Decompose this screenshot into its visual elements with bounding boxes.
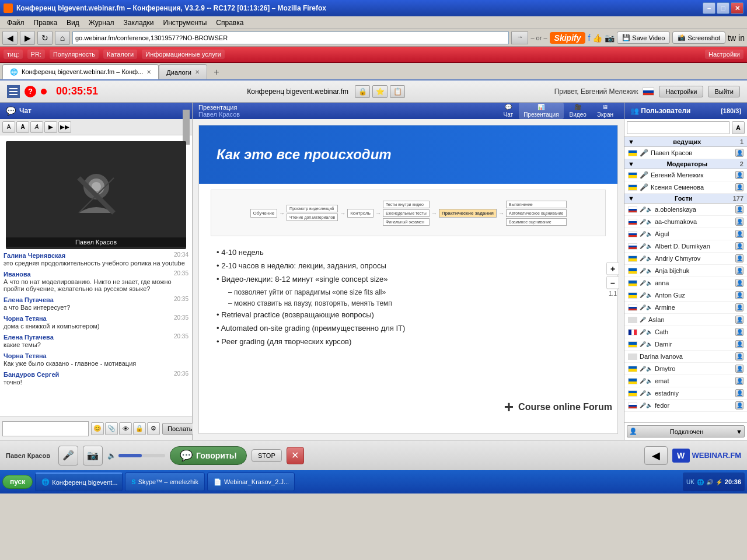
speak-button[interactable]: 💬 Говорить! — [170, 446, 247, 465]
menu-view[interactable]: Вид — [62, 18, 84, 28]
star-icon-btn[interactable]: ⭐ — [372, 85, 388, 98]
back-button[interactable]: ◀ — [2, 31, 18, 45]
user-obolenskaya[interactable]: 🎤🔈 a.obolenskaya 👤 — [624, 204, 747, 216]
menu-bookmarks[interactable]: Закладки — [119, 18, 159, 28]
user-action-fedor[interactable]: 👤 — [735, 401, 743, 410]
user-action-krasov[interactable]: 👤 — [735, 149, 743, 157]
bookmark-popularity[interactable]: Популярность — [50, 50, 99, 59]
user-dmytro[interactable]: 🎤🔈 Dmytro 👤 — [624, 363, 747, 375]
user-action-armine[interactable]: 👤 — [735, 303, 743, 312]
user-chumakova[interactable]: 🎤🔈 aa-chumakova 👤 — [624, 216, 747, 228]
user-action-damir[interactable]: 👤 — [735, 340, 743, 348]
tool-screen[interactable]: 🖥 Экран — [592, 103, 618, 119]
user-action-cath[interactable]: 👤 — [735, 328, 743, 336]
connection-status-button[interactable]: 👤 Подключен ▼ — [627, 425, 745, 438]
share-button[interactable]: ◀ — [644, 446, 668, 465]
group-header-vedushchih[interactable]: ▼ ведущих 1 — [624, 137, 747, 147]
menu-file[interactable]: Файл — [2, 18, 29, 28]
camera-button[interactable]: 📷 — [83, 446, 103, 466]
chat-input[interactable] — [2, 421, 89, 436]
new-tab-button[interactable]: + — [210, 65, 224, 79]
users-search-input[interactable] — [627, 121, 729, 134]
user-cath[interactable]: 🎤🔈 Cath 👤 — [624, 326, 747, 338]
refresh-button[interactable]: ↻ — [37, 31, 53, 45]
user-damir[interactable]: 🎤🔈 Damir 👤 — [624, 338, 747, 351]
screenshot-button[interactable]: 📸 Screenshot — [672, 32, 725, 44]
user-aigul[interactable]: 🎤🔈 Aigul 👤 — [624, 228, 747, 240]
user-estadniy[interactable]: 🎤🔈 estadniy 👤 — [624, 387, 747, 400]
chat-tool-A3[interactable]: A — [30, 121, 43, 133]
copy-icon-btn[interactable]: 📋 — [390, 85, 405, 98]
user-action-anna[interactable]: 👤 — [735, 279, 743, 287]
user-action-melezhik[interactable]: 👤 — [735, 171, 743, 179]
menu-tools[interactable]: Инструменты — [159, 18, 212, 28]
logout-button[interactable]: Выйти — [708, 86, 740, 97]
bookmark-tiz[interactable]: тиц: — [4, 50, 23, 59]
bookmark-pr[interactable]: PR: — [27, 50, 45, 59]
settings-button[interactable]: Настройки — [705, 50, 743, 59]
user-darina-ivanova[interactable]: Darina Ivanova 👤 — [624, 351, 747, 363]
address-input[interactable] — [72, 32, 509, 44]
menu-help[interactable]: Справка — [211, 18, 248, 28]
user-evgeny-melezhik[interactable]: 🎤 Евгений Мележик 👤 — [624, 169, 747, 181]
menu-edit[interactable]: Правка — [29, 18, 62, 28]
go-button[interactable]: → — [511, 32, 528, 44]
end-call-button[interactable]: ✕ — [287, 447, 304, 464]
chat-tool-fastforward[interactable]: ▶▶ — [58, 121, 71, 133]
emoji-button[interactable]: 😊 — [91, 422, 104, 435]
settings-header-button[interactable]: Настройки — [659, 86, 703, 97]
taskbar-item-conference[interactable]: 🌐 Конференц bigevent... — [35, 473, 123, 491]
forward-button[interactable]: ▶ — [20, 31, 35, 45]
tool-video[interactable]: 🎥 Видео — [565, 103, 591, 119]
close-button[interactable]: ✕ — [731, 2, 743, 14]
user-action-guz[interactable]: 👤 — [735, 291, 743, 299]
sidebar-toggle-button[interactable] — [7, 85, 20, 98]
lock-icon-btn[interactable]: 🔒 — [355, 85, 370, 98]
facebook-icon[interactable]: f — [588, 33, 590, 43]
twitter-icon[interactable]: tw — [728, 33, 736, 43]
eye-button[interactable]: 👁 — [119, 422, 132, 435]
attachment-button[interactable]: 📎 — [105, 422, 118, 435]
user-action-aigul[interactable]: 👤 — [735, 230, 743, 238]
linkedin-icon[interactable]: in — [738, 33, 745, 43]
tab-dialogs[interactable]: Диалоги ✕ — [159, 64, 207, 79]
lock-chat-button[interactable]: 🔒 — [133, 422, 146, 435]
user-pavel-krasov[interactable]: 🎤 Павел Красов 👤 — [624, 147, 747, 159]
stop-button[interactable]: STOP — [252, 449, 282, 462]
zoom-out-button[interactable]: – — [606, 276, 619, 289]
user-emat[interactable]: 🎤🔈 emat 👤 — [624, 375, 747, 387]
user-action-bijchuk[interactable]: 👤 — [735, 267, 743, 275]
user-aslan[interactable]: 🎤 Aslan 👤 — [624, 314, 747, 326]
tab-dialogs-close[interactable]: ✕ — [195, 69, 200, 75]
home-button[interactable]: ⌂ — [55, 31, 70, 45]
user-anton-guz[interactable]: 🎤🔈 Anton Guz 👤 — [624, 289, 747, 302]
user-action-chumakova[interactable]: 👤 — [735, 218, 743, 226]
group-header-guests[interactable]: ▼ Гости 177 — [624, 194, 747, 204]
chat-tool-A2[interactable]: A — [16, 121, 29, 133]
camera-social-icon[interactable]: 📷 — [605, 33, 615, 43]
tab-conference-close[interactable]: ✕ — [146, 69, 151, 75]
user-armine[interactable]: 🎤🔈 Armine 👤 — [624, 302, 747, 314]
taskbar-item-webinar[interactable]: 📄 Webinar_Krasov_2.J... — [207, 473, 295, 491]
user-action-semenova[interactable]: 👤 — [735, 183, 743, 191]
user-action-chmyrov[interactable]: 👤 — [735, 254, 743, 262]
user-anja-bijchuk[interactable]: 🎤🔈 Anja bijchuk 👤 — [624, 265, 747, 277]
user-action-emat[interactable]: 👤 — [735, 377, 743, 385]
chat-tool-play[interactable]: ▶ — [44, 121, 57, 133]
user-action-darina[interactable]: 👤 — [735, 352, 743, 360]
user-anna[interactable]: 🎤🔈 anna 👤 — [624, 277, 747, 289]
user-action-estadniy[interactable]: 👤 — [735, 389, 743, 397]
help-icon[interactable]: ? — [25, 86, 36, 97]
bookmark-info-services[interactable]: Информационные услуги — [142, 50, 225, 59]
user-xsenia-semenova[interactable]: 🎤 Ксения Семенова 👤 — [624, 181, 747, 194]
user-action-aslan[interactable]: 👤 — [735, 316, 743, 324]
minimize-button[interactable]: – — [703, 2, 715, 14]
tab-conference[interactable]: 🌐 Конференц bigevent.webinar.fm – Конф..… — [2, 64, 159, 79]
save-video-button[interactable]: 💾 Save Video — [617, 32, 670, 44]
tool-presentation[interactable]: 📊 Презентация — [519, 103, 563, 119]
taskbar-item-skype[interactable]: S Skype™ – emelezhik — [125, 473, 205, 491]
volume-slider[interactable] — [118, 454, 165, 457]
users-sort-az-button[interactable]: A — [732, 121, 745, 134]
microphone-button[interactable]: 🎤 — [58, 446, 78, 466]
user-action-dumikyan[interactable]: 👤 — [735, 242, 743, 250]
